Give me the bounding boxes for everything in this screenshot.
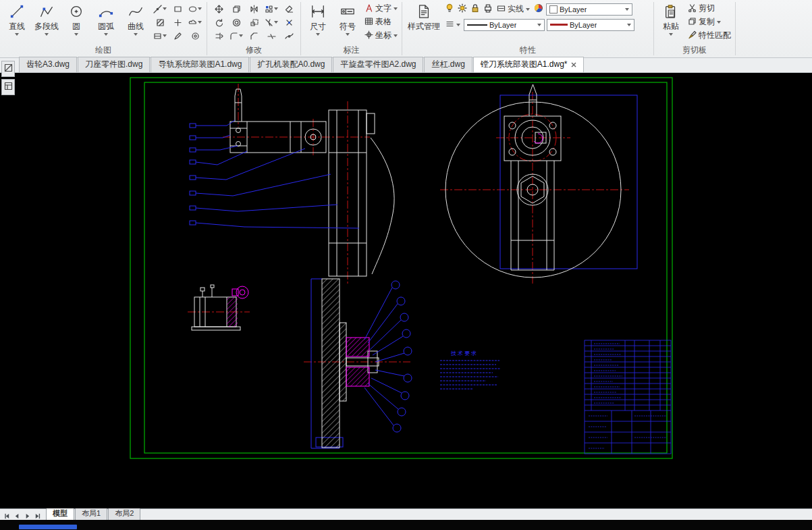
chamfer-button[interactable] bbox=[245, 29, 263, 43]
point-button[interactable] bbox=[169, 16, 186, 29]
first-layout-button[interactable] bbox=[3, 513, 11, 519]
ellipse-button[interactable] bbox=[186, 2, 204, 16]
layout-nav bbox=[3, 513, 42, 520]
hatch-button[interactable] bbox=[151, 16, 169, 29]
document-tab-bar: 齿轮A3.dwg 刀座零件图.dwg 导轨系统部装图A1.dwg 扩孔机装配A0… bbox=[0, 58, 812, 73]
polyline-tool-label: 多段线 bbox=[34, 21, 59, 32]
spline-tool-button[interactable]: 曲线 bbox=[121, 1, 150, 36]
copy-label: 复制 bbox=[699, 16, 715, 28]
chevron-down-icon bbox=[537, 24, 541, 26]
tab-model[interactable]: 模型 bbox=[46, 507, 74, 520]
offset-button[interactable] bbox=[227, 16, 245, 29]
tab-layout1[interactable]: 布局1 bbox=[75, 507, 107, 520]
doc-tab-guideway[interactable]: 导轨系统部装图A1.dwg bbox=[151, 57, 249, 72]
palette-tool-button[interactable] bbox=[1, 79, 15, 95]
doc-tab-boring-system[interactable]: 镗刀系统部装图A1.dwg* bbox=[473, 57, 584, 72]
rotate-button[interactable] bbox=[210, 16, 227, 29]
chevron-down-icon bbox=[15, 33, 19, 36]
chevron-down-icon bbox=[163, 7, 167, 10]
arc-tool-button[interactable]: 圆弧 bbox=[92, 1, 120, 36]
join-button[interactable] bbox=[280, 29, 298, 43]
scale-button[interactable] bbox=[245, 16, 263, 29]
chevron-down-icon bbox=[669, 33, 673, 36]
color-picker-button[interactable] bbox=[533, 3, 544, 16]
match-properties-button[interactable]: 特性匹配 bbox=[686, 29, 732, 42]
cut-button[interactable]: 剪切 bbox=[686, 2, 732, 15]
tab-layout2[interactable]: 布局2 bbox=[108, 507, 140, 520]
rectangle-button[interactable] bbox=[169, 2, 186, 16]
list-view-button[interactable] bbox=[444, 18, 462, 31]
last-layout-button[interactable] bbox=[33, 513, 42, 519]
region-button[interactable] bbox=[151, 29, 169, 43]
stretch-button[interactable] bbox=[210, 29, 227, 43]
layer-lock-button[interactable] bbox=[470, 3, 481, 16]
brush-icon bbox=[688, 30, 697, 41]
style-manager-button[interactable]: 样式管理 bbox=[405, 1, 443, 32]
chevron-down-icon bbox=[198, 21, 202, 24]
layer-dropdown[interactable]: ByLayer bbox=[546, 3, 632, 16]
chevron-down-icon bbox=[239, 34, 243, 37]
explode-button[interactable] bbox=[280, 16, 298, 29]
line-tool-button[interactable]: 直线 bbox=[3, 1, 31, 36]
text-tool-label: 文字 bbox=[375, 3, 391, 14]
command-bar[interactable] bbox=[0, 520, 812, 530]
trim-button[interactable] bbox=[263, 16, 280, 29]
next-layout-button[interactable] bbox=[23, 513, 32, 519]
side-toolbar bbox=[1, 61, 15, 95]
layer-color-swatch bbox=[549, 5, 558, 14]
break-button[interactable] bbox=[263, 29, 280, 43]
dimension-tool-button[interactable]: 尺寸 bbox=[304, 1, 332, 36]
mirror-button[interactable] bbox=[245, 2, 263, 16]
polyline-tool-button[interactable]: 多段线 bbox=[32, 1, 61, 36]
view-section bbox=[304, 279, 412, 448]
table-icon bbox=[364, 17, 373, 28]
lightbulb-icon bbox=[445, 3, 454, 15]
linetype-dropdown[interactable]: ByLayer bbox=[464, 19, 545, 31]
viewport-tool-button[interactable] bbox=[1, 61, 15, 77]
prev-layout-button[interactable] bbox=[13, 513, 22, 519]
layer-on-button[interactable] bbox=[444, 3, 455, 16]
fillet-button[interactable] bbox=[227, 29, 245, 43]
move-button[interactable] bbox=[210, 2, 227, 16]
paste-button[interactable]: 粘贴 bbox=[657, 1, 685, 36]
doc-tab-label: 镗刀系统部装图A1.dwg* bbox=[481, 59, 568, 70]
plot-button[interactable] bbox=[483, 3, 493, 16]
modify-mini-grid bbox=[210, 2, 298, 43]
draw-mini-grid bbox=[151, 2, 204, 43]
revision-cloud-button[interactable] bbox=[186, 16, 204, 29]
ribbon: 直线 多段线 圆 bbox=[0, 0, 812, 58]
dimension-tool-label: 尺寸 bbox=[310, 21, 326, 32]
panel-label-clipboard: 剪切板 bbox=[657, 44, 732, 57]
scissors-icon bbox=[688, 3, 697, 14]
donut-button[interactable] bbox=[186, 29, 204, 43]
panel-label-annotate: 标注 bbox=[304, 44, 399, 57]
doc-tab-gear[interactable]: 齿轮A3.dwg bbox=[19, 57, 77, 72]
close-icon[interactable] bbox=[571, 62, 576, 68]
panel-modify: 修改 bbox=[207, 0, 300, 57]
text-tool-button[interactable]: 文字 bbox=[363, 2, 399, 15]
circle-tool-button[interactable]: 圆 bbox=[62, 1, 90, 36]
table-tool-button[interactable]: 表格 bbox=[363, 16, 399, 28]
coordinate-tool-button[interactable]: 坐标 bbox=[363, 29, 399, 42]
drawing-canvas[interactable]: 技术要求 bbox=[0, 73, 812, 508]
tech-requirements-title: 技术要求 bbox=[450, 350, 478, 356]
doc-tab-label: 刀座零件图.dwg bbox=[85, 59, 142, 70]
symbol-tool-button[interactable]: 符号 bbox=[333, 1, 362, 36]
doc-tab-facing-disc[interactable]: 平旋盘零件图A2.dwg bbox=[333, 57, 423, 72]
construction-line-button[interactable] bbox=[151, 2, 169, 16]
copy-object-button[interactable] bbox=[227, 2, 245, 16]
linetype-quick-button[interactable]: 实线 bbox=[495, 3, 531, 16]
array-button[interactable] bbox=[263, 2, 280, 16]
pencil-sketch-button[interactable] bbox=[169, 29, 186, 43]
erase-button[interactable] bbox=[280, 2, 298, 16]
polyline-icon bbox=[39, 3, 54, 20]
sun-icon bbox=[458, 3, 467, 15]
lineweight-dropdown[interactable]: ByLayer bbox=[547, 19, 634, 31]
doc-tab-toolholder[interactable]: 刀座零件图.dwg bbox=[78, 57, 150, 72]
linetype-box-icon bbox=[497, 4, 506, 15]
doc-tab-reamer[interactable]: 扩孔机装配A0.dwg bbox=[250, 57, 332, 72]
copy-button[interactable]: 复制 bbox=[686, 16, 732, 28]
doc-tab-leadscrew[interactable]: 丝杠.dwg bbox=[424, 57, 472, 72]
panel-draw: 直线 多段线 圆 bbox=[0, 0, 207, 57]
layer-thaw-button[interactable] bbox=[457, 3, 468, 16]
